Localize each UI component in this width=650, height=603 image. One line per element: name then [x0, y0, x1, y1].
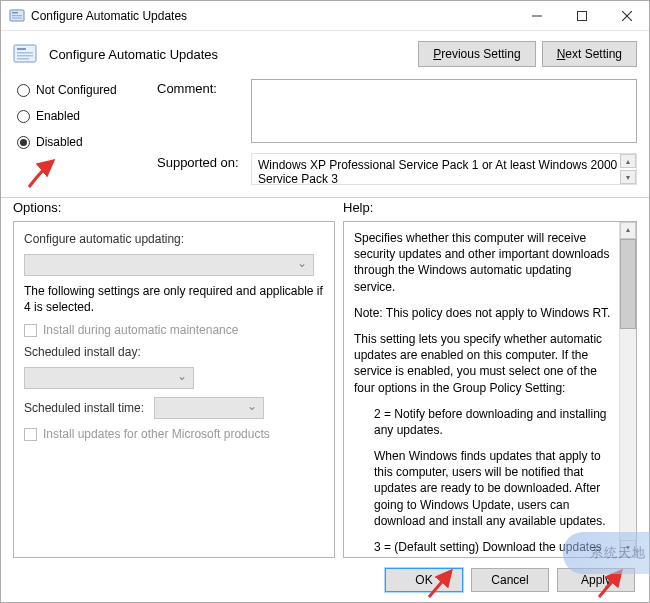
radio-disabled[interactable]: Disabled — [17, 135, 147, 149]
help-panel: Specifies whether this computer will rec… — [343, 221, 637, 558]
comment-input[interactable] — [251, 79, 637, 143]
upper-section: Not Configured Enabled Disabled Comment:… — [1, 71, 649, 193]
scheduled-time-select[interactable] — [154, 397, 264, 419]
options-note: The following settings are only required… — [24, 284, 324, 315]
checkbox-icon — [24, 428, 37, 441]
checkbox-label: Install updates for other Microsoft prod… — [43, 427, 270, 441]
configure-updating-label: Configure automatic updating: — [24, 232, 324, 246]
window-controls — [514, 1, 649, 30]
configure-updating-select[interactable] — [24, 254, 314, 276]
radio-label: Disabled — [36, 135, 83, 149]
header-row: Configure Automatic Updates Previous Set… — [1, 31, 649, 71]
help-text: Specifies whether this computer will rec… — [354, 230, 616, 295]
maximize-button[interactable] — [559, 1, 604, 30]
close-button[interactable] — [604, 1, 649, 30]
help-text: 2 = Notify before downloading and instal… — [374, 406, 616, 438]
policy-large-icon — [13, 42, 41, 66]
scheduled-time-row: Scheduled install time: — [24, 397, 324, 419]
titlebar: Configure Automatic Updates — [1, 1, 649, 31]
scroll-track[interactable] — [620, 329, 636, 540]
panels: Configure automatic updating: The follow… — [1, 217, 649, 558]
cancel-button[interactable]: Cancel — [471, 568, 549, 592]
scheduled-day-label: Scheduled install day: — [24, 345, 324, 359]
scroll-down-icon[interactable]: ▾ — [620, 170, 636, 184]
comment-row: Comment: — [157, 79, 637, 143]
svg-rect-1 — [12, 12, 18, 13]
policy-title: Configure Automatic Updates — [49, 47, 412, 62]
supported-row: Supported on: Windows XP Professional Se… — [157, 153, 637, 185]
supported-on-box: Windows XP Professional Service Pack 1 o… — [251, 153, 637, 185]
radio-icon — [17, 84, 30, 97]
ok-button[interactable]: OK — [385, 568, 463, 592]
svg-rect-11 — [17, 55, 33, 57]
help-text: Note: This policy does not apply to Wind… — [354, 305, 616, 321]
radio-icon — [17, 136, 30, 149]
checkbox-label: Install during automatic maintenance — [43, 323, 238, 337]
svg-rect-2 — [12, 15, 22, 16]
options-panel: Configure automatic updating: The follow… — [13, 221, 335, 558]
section-labels: Options: Help: — [1, 198, 649, 217]
radio-icon — [17, 110, 30, 123]
options-label: Options: — [13, 200, 343, 215]
radio-enabled[interactable]: Enabled — [17, 109, 147, 123]
scheduled-time-label: Scheduled install time: — [24, 401, 144, 415]
help-scrollbar[interactable]: ▴ ▾ — [619, 222, 636, 557]
scroll-up-icon[interactable]: ▴ — [620, 222, 636, 239]
watermark: 系统天地 — [563, 532, 650, 574]
svg-rect-5 — [577, 11, 586, 20]
supported-scrollbar[interactable]: ▴ ▾ — [620, 154, 636, 184]
supported-on-text: Windows XP Professional Service Pack 1 o… — [258, 158, 617, 186]
svg-rect-12 — [17, 58, 29, 60]
dialog-window: Configure Automatic Updates Configure Au… — [0, 0, 650, 603]
radio-not-configured[interactable]: Not Configured — [17, 83, 147, 97]
next-setting-button[interactable]: Next Setting — [542, 41, 637, 67]
footer-buttons: OK Cancel Apply — [1, 558, 649, 602]
previous-setting-button[interactable]: Previous Setting — [418, 41, 535, 67]
radio-label: Not Configured — [36, 83, 117, 97]
scroll-thumb[interactable] — [620, 239, 636, 329]
help-label: Help: — [343, 200, 637, 215]
svg-rect-9 — [17, 48, 26, 50]
install-other-products-checkbox[interactable]: Install updates for other Microsoft prod… — [24, 427, 324, 441]
help-text: This setting lets you specify whether au… — [354, 331, 616, 396]
state-radio-group: Not Configured Enabled Disabled — [17, 79, 147, 185]
checkbox-icon — [24, 324, 37, 337]
svg-rect-10 — [17, 52, 33, 54]
comment-label: Comment: — [157, 79, 247, 96]
minimize-button[interactable] — [514, 1, 559, 30]
svg-rect-3 — [12, 17, 22, 18]
scroll-up-icon[interactable]: ▴ — [620, 154, 636, 168]
supported-label: Supported on: — [157, 153, 247, 170]
radio-label: Enabled — [36, 109, 80, 123]
help-text: When Windows finds updates that apply to… — [374, 448, 616, 529]
fields-column: Comment: Supported on: Windows XP Profes… — [157, 79, 637, 185]
scheduled-day-select[interactable] — [24, 367, 194, 389]
window-title: Configure Automatic Updates — [31, 9, 514, 23]
policy-icon — [9, 8, 25, 24]
install-maintenance-checkbox[interactable]: Install during automatic maintenance — [24, 323, 324, 337]
